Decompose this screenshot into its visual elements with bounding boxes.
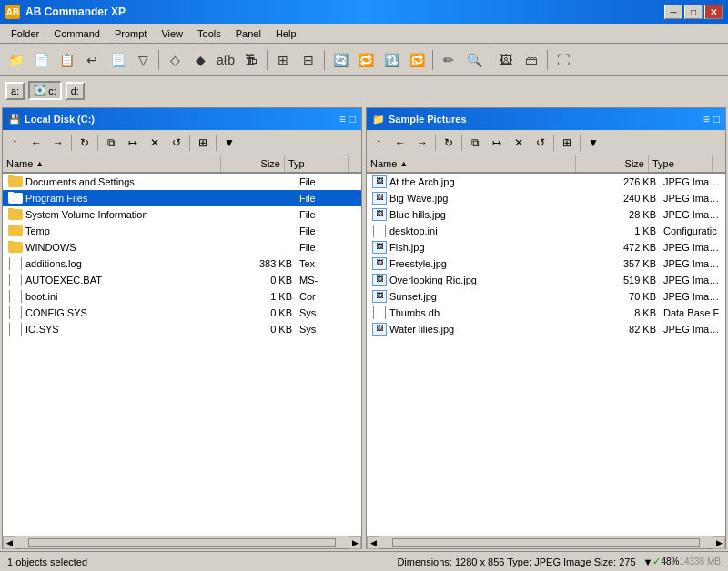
tb-net1[interactable]: 🔄 [329, 48, 352, 72]
menu-folder[interactable]: Folder [4, 26, 46, 41]
table-row[interactable]: AUTOEXEC.BAT0 KBMS- [3, 272, 361, 288]
right-copy[interactable]: ⧉ [465, 133, 485, 153]
right-file-list[interactable]: 🖼At the Arch.jpg276 KBJPEG Image🖼Big Wav… [367, 174, 725, 536]
right-up-dir[interactable]: ↑ [369, 133, 389, 153]
close-button[interactable]: ✕ [704, 5, 723, 19]
tb-back[interactable]: ↩ [80, 48, 104, 72]
table-row[interactable]: boot.ini1 KBCor [3, 288, 361, 305]
left-file-list[interactable]: Documents and SettingsFileProgram FilesF… [3, 174, 361, 536]
table-row[interactable]: 🖼Big Wave.jpg240 KBJPEG Image [367, 190, 725, 206]
left-col-name[interactable]: Name ▲ [3, 155, 221, 172]
left-h-scroll[interactable]: ◀ ▶ [3, 536, 361, 548]
tb-sync2[interactable]: ⊟ [297, 48, 320, 72]
tb-properties[interactable]: 📃 [106, 48, 129, 72]
left-col-type[interactable]: Typ [285, 155, 349, 172]
right-h-scroll[interactable]: ◀ ▶ [367, 536, 725, 548]
tb-img1[interactable]: 🖼 [494, 48, 518, 72]
right-view[interactable]: ⊞ [557, 133, 577, 153]
right-col-name[interactable]: Name ▲ [367, 155, 576, 172]
table-row[interactable]: TempFile [3, 223, 361, 239]
left-view[interactable]: ⊞ [193, 133, 213, 153]
menu-help[interactable]: Help [268, 26, 304, 41]
maximize-button[interactable]: □ [684, 5, 703, 19]
menu-prompt[interactable]: Prompt [107, 26, 154, 41]
right-refresh[interactable]: ↻ [439, 133, 459, 153]
right-forward[interactable]: → [412, 133, 432, 153]
tb-deselect[interactable]: ◆ [188, 48, 212, 72]
tb-view[interactable]: 🔍 [462, 48, 486, 72]
tb-net2[interactable]: 🔁 [354, 48, 378, 72]
file-size: 472 KB [596, 242, 660, 253]
tb-rename[interactable]: aℓb [214, 48, 238, 72]
tb-archive[interactable]: 🗜 [239, 48, 263, 72]
scroll-down-btn[interactable]: ▼ [643, 556, 653, 567]
right-scroll-left[interactable]: ◀ [367, 536, 379, 549]
tb-select[interactable]: ◇ [163, 48, 187, 72]
table-row[interactable]: 🖼Water lilies.jpg82 KBJPEG Image [367, 321, 725, 337]
right-sort-dropdown[interactable]: ▼ [583, 133, 603, 153]
right-panel-menu[interactable]: ≡ [703, 113, 710, 125]
table-row[interactable]: additions.log383 KBTex [3, 255, 361, 272]
left-up-dir[interactable]: ↑ [5, 133, 25, 153]
menu-tools[interactable]: Tools [190, 26, 228, 41]
file-type: Cor [296, 291, 359, 302]
left-undo[interactable]: ↺ [167, 133, 187, 153]
right-scroll-right[interactable]: ▶ [713, 536, 725, 549]
tb-fullscreen[interactable]: ⛶ [551, 48, 575, 72]
table-row[interactable]: CONFIG.SYS0 KBSys [3, 305, 361, 321]
right-delete[interactable]: ✕ [509, 133, 529, 153]
left-refresh[interactable]: ↻ [75, 133, 95, 153]
drive-c[interactable]: 💽 c: [28, 81, 62, 100]
table-row[interactable]: Program FilesFile [3, 190, 361, 206]
right-undo[interactable]: ↺ [531, 133, 551, 153]
minimize-button[interactable]: ─ [664, 5, 682, 19]
tb-copy-file[interactable]: 📄 [29, 48, 53, 72]
table-row[interactable]: 🖼Sunset.jpg70 KBJPEG Image [367, 288, 725, 305]
table-row[interactable]: Thumbs.db8 KBData Base F [367, 305, 725, 321]
left-move[interactable]: ↦ [123, 133, 143, 153]
toolbar-sep5 [490, 50, 490, 70]
table-row[interactable]: 🖼At the Arch.jpg276 KBJPEG Image [367, 174, 725, 190]
tb-edit[interactable]: ✏ [437, 48, 460, 72]
left-scroll-track[interactable] [28, 538, 336, 547]
right-col-type[interactable]: Type [649, 155, 713, 172]
table-row[interactable]: System Volume InformationFile [3, 206, 361, 223]
image-icon: 🖼 [372, 274, 387, 286]
tb-filter[interactable]: ▽ [131, 48, 155, 72]
left-forward[interactable]: → [48, 133, 68, 153]
right-panel-maximize[interactable]: □ [713, 113, 720, 125]
table-row[interactable]: IO.SYS0 KBSys [3, 321, 361, 337]
left-sort-dropdown[interactable]: ▼ [219, 133, 239, 153]
left-col-size[interactable]: Size [221, 155, 285, 172]
menu-command[interactable]: Command [46, 26, 107, 41]
right-scroll-track[interactable] [392, 538, 700, 547]
table-row[interactable]: desktop.ini1 KBConfiguratic [367, 223, 725, 239]
tb-net3[interactable]: 🔃 [379, 48, 403, 72]
left-delete[interactable]: ✕ [145, 133, 165, 153]
left-panel-maximize[interactable]: □ [349, 113, 356, 125]
right-move[interactable]: ↦ [487, 133, 507, 153]
tb-img2[interactable]: 🗃 [520, 48, 543, 72]
left-copy[interactable]: ⧉ [101, 133, 121, 153]
table-row[interactable]: 🖼Overlooking Rio.jpg519 KBJPEG Image [367, 272, 725, 288]
left-scroll-left[interactable]: ◀ [3, 536, 15, 549]
menu-panel[interactable]: Panel [228, 26, 268, 41]
drive-a[interactable]: a: [5, 82, 25, 100]
table-row[interactable]: WINDOWSFile [3, 239, 361, 255]
left-back[interactable]: ← [26, 133, 46, 153]
scroll-check-btn[interactable]: ✓ [652, 556, 661, 567]
left-scroll-right[interactable]: ▶ [349, 536, 361, 549]
table-row[interactable]: 🖼Blue hills.jpg28 KBJPEG Image [367, 206, 725, 223]
tb-move[interactable]: 📋 [55, 48, 78, 72]
tb-sync1[interactable]: ⊞ [271, 48, 295, 72]
tb-net4[interactable]: 🔂 [405, 48, 429, 72]
right-back[interactable]: ← [390, 133, 410, 153]
drive-d[interactable]: d: [66, 82, 85, 100]
table-row[interactable]: Documents and SettingsFile [3, 174, 361, 190]
left-panel-menu[interactable]: ≡ [339, 113, 346, 125]
menu-view[interactable]: View [154, 26, 190, 41]
table-row[interactable]: 🖼Fish.jpg472 KBJPEG Image [367, 239, 725, 255]
table-row[interactable]: 🖼Freestyle.jpg357 KBJPEG Image [367, 255, 725, 272]
right-col-size[interactable]: Size [576, 155, 649, 172]
tb-new-folder[interactable]: 📁 [4, 48, 27, 72]
